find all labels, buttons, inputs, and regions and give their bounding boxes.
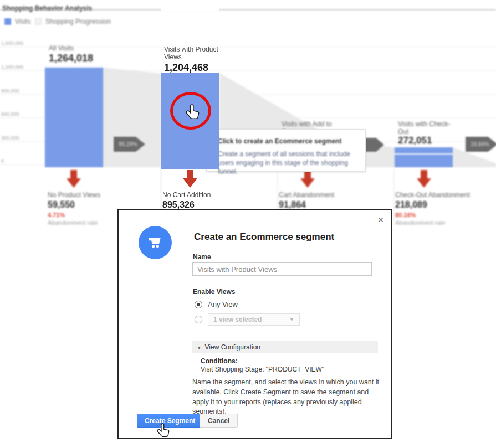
title-divider [0,9,496,10]
any-view-radio-row[interactable]: Any View [195,300,238,308]
stage-value: 1,264,018 [49,53,93,64]
close-icon[interactable]: ✕ [377,215,384,224]
abandon-rate-label: Abandonment rate [395,219,470,226]
triangle-down-icon: ▾ [198,345,201,351]
bar-divider-line [395,153,453,155]
legend-item-shopping-progression[interactable]: Shopping Progression [35,18,111,25]
abandonment-col-checkout-abandonment: Check-Out Abandonment 218,089 80.16% Aba… [395,191,470,226]
cancel-button[interactable]: Cancel [200,414,238,428]
abandon-pct: 80.16% [395,212,470,218]
progression-swatch-icon [35,18,42,25]
abandon-value: 218,089 [395,200,470,210]
abandon-rate-label: Abandonment rate [48,219,100,226]
abandon-value: 59,550 [48,200,100,210]
shopping-cart-icon [146,233,165,252]
legend-progression-label: Shopping Progression [45,18,111,25]
funnel-bar-all-visits[interactable] [45,68,103,167]
create-segment-dialog: ✕ Create an Ecommerce segment Name Enabl… [117,209,392,439]
abandon-pct: 4.71% [48,212,100,218]
stage-value: 272,051 [398,135,432,146]
view-configuration-label: View Configuration [205,343,261,351]
y-axis-tick: 300,000 [1,135,34,141]
conditions-label: Conditions: [201,357,238,365]
conditions-value: Visit Shopping Stage: "PRODUCT_VIEW" [201,365,324,373]
tooltip-body: Create a segment of all sessions that in… [218,150,357,177]
page-title: Shopping Behavior Analysis [2,4,92,12]
y-axis-tick: 0 [1,158,34,164]
dialog-description: Name the segment, and select the views i… [192,378,383,417]
abandonment-arrow-icon [417,170,431,188]
y-axis-tick: 1,200,000 [1,64,34,70]
y-axis-tick: 900,000 [1,88,34,94]
views-dropdown[interactable]: 1 view selected ▼ [208,313,300,326]
funnel-bar-check-out[interactable] [395,147,453,167]
stage-label: All Visits [49,45,110,53]
selected-views-radio-row[interactable]: 1 view selected ▼ [195,313,300,326]
stage-label: Visits with Check-Out [398,121,451,136]
segment-name-input[interactable] [192,262,372,276]
tooltip-title: Click to create an Ecommerce segment [218,137,356,145]
view-configuration-toggle[interactable]: ▾View Configuration [192,341,378,353]
legend-item-visits[interactable]: Visits [4,18,30,25]
abandon-label: Cart Abandonment [279,191,334,199]
hand-cursor-icon [156,423,170,437]
legend-visits-label: Visits [15,18,30,25]
radio-selected-icon[interactable] [195,301,202,308]
views-dropdown-value: 1 view selected [213,316,262,323]
funnel-shade [103,68,161,167]
ga-shopping-behavior-screen: Shopping Behavior Analysis Visits Shoppi… [0,0,496,448]
funnel-bar-product-views[interactable] [161,73,219,169]
y-axis-tick: 600,000 [1,111,34,117]
abandonment-col-no-product-views: No Product Views 59,550 4.71% Abandonmen… [48,191,100,226]
radio-unselected-icon[interactable] [195,316,202,323]
visits-swatch-icon [4,18,11,25]
chevron-down-icon: ▼ [289,314,294,326]
progression-tag: 19.84% [466,137,496,152]
dialog-title: Create an Ecommerce segment [194,231,334,243]
name-label: Name [193,253,211,261]
abandon-label: No Product Views [48,191,100,199]
column-divider [393,169,394,224]
enable-views-label: Enable Views [193,288,235,296]
create-segment-button[interactable]: Create Segment [137,414,203,428]
abandonment-arrow-icon [67,170,81,188]
any-view-label: Any View [208,300,238,308]
top-overlay-box [161,2,219,11]
abandon-label: Check-Out Abandonment [395,191,470,199]
ecommerce-avatar [139,226,172,259]
y-axis-tick: 1,500,000 [1,40,34,46]
ecommerce-segment-tooltip: Click to create an Ecommerce segment Cre… [206,129,366,172]
